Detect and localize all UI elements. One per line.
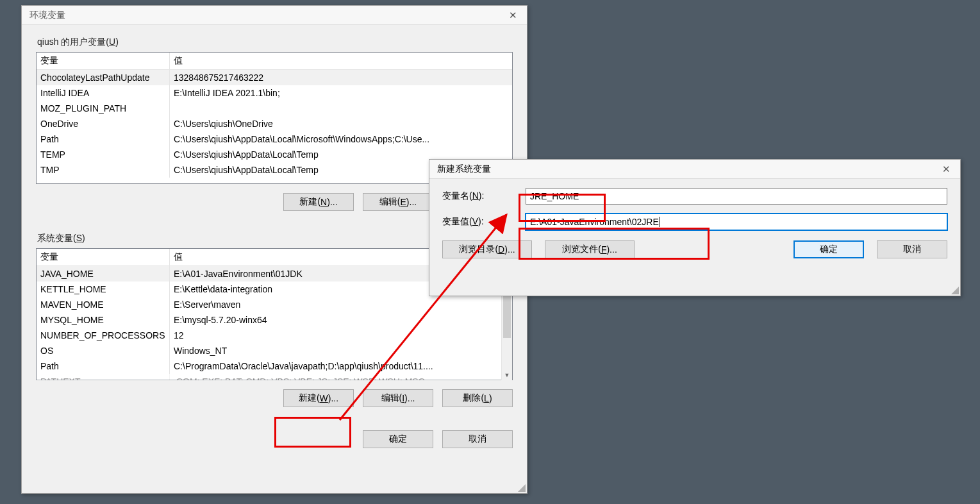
var-value-row: 变量值(V): E:\A01-JavaEnvironment\02JRE (442, 214, 947, 230)
var-value-input[interactable]: E:\A01-JavaEnvironment\02JRE (526, 214, 947, 230)
var-name-input[interactable]: JRE_HOME (526, 188, 947, 205)
cancel-button[interactable]: 取消 (442, 430, 513, 448)
new-sys-var-button[interactable]: 新建(W)... (283, 389, 354, 407)
table-row[interactable]: OSWindows_NT (37, 343, 512, 358)
table-row[interactable]: PathC:\Users\qiush\AppData\Local\Microso… (37, 131, 512, 147)
var-value-label: 变量值(V): (442, 216, 513, 228)
table-row[interactable]: PATHEXT.COM;.EXE;.BAT;.CMD;.VBS;.VBE;.JS… (37, 374, 512, 380)
scroll-down-icon[interactable]: ▼ (502, 369, 512, 380)
table-row[interactable]: ChocolateyLastPathUpdate1328486752174632… (37, 70, 512, 85)
table-row[interactable]: NUMBER_OF_PROCESSORS12 (37, 328, 512, 343)
table-header: 变量 值 (37, 53, 512, 70)
titlebar: 新建系统变量 ✕ (429, 160, 960, 179)
new-user-var-button[interactable]: 新建(N)... (283, 193, 354, 211)
browse-dir-button[interactable]: 浏览目录(D)... (442, 240, 532, 258)
var-name-label: 变量名(N): (442, 190, 513, 202)
table-row[interactable]: OneDriveC:\Users\qiush\OneDrive (37, 116, 512, 131)
close-icon[interactable]: ✕ (937, 163, 955, 176)
dialog-main-buttons: 确定 取消 (22, 430, 513, 448)
var-name-row: 变量名(N): JRE_HOME (442, 188, 947, 205)
resize-grip-icon[interactable] (517, 483, 526, 492)
table-row[interactable]: PathC:\ProgramData\Oracle\Java\javapath;… (37, 358, 512, 374)
delete-sys-var-button[interactable]: 删除(L) (442, 389, 513, 407)
edit-sys-var-button[interactable]: 编辑(I)... (363, 389, 433, 407)
dialog-title: 环境变量 (29, 10, 65, 21)
sys-vars-buttons: 新建(W)... 编辑(I)... 删除(L) (22, 389, 513, 407)
titlebar: 环境变量 ✕ (22, 6, 527, 25)
text-cursor-icon (660, 217, 660, 227)
new-dialog-buttons: 浏览目录(D)... 浏览文件(F)... 确定 取消 (442, 240, 947, 258)
ok-button[interactable]: 确定 (793, 240, 864, 258)
table-row[interactable]: MYSQL_HOMEE:\mysql-5.7.20-winx64 (37, 312, 512, 328)
table-row[interactable]: IntelliJ IDEAE:\IntelliJ IDEA 2021.1\bin… (37, 85, 512, 101)
user-vars-label: qiush 的用户变量(U) (37, 37, 527, 48)
cancel-button[interactable]: 取消 (877, 240, 947, 258)
dialog-title: 新建系统变量 (437, 164, 491, 175)
col-name-header[interactable]: 变量 (37, 53, 170, 69)
col-value-header[interactable]: 值 (170, 53, 512, 69)
table-row[interactable]: MOZ_PLUGIN_PATH (37, 101, 512, 116)
resize-grip-icon[interactable] (950, 285, 959, 294)
browse-file-button[interactable]: 浏览文件(F)... (545, 240, 635, 258)
new-sys-var-dialog: 新建系统变量 ✕ 变量名(N): JRE_HOME 变量值(V): E:\A01… (429, 159, 961, 296)
ok-button[interactable]: 确定 (363, 430, 433, 448)
edit-user-var-button[interactable]: 编辑(E)... (363, 193, 433, 211)
table-row[interactable]: MAVEN_HOMEE:\Server\maven (37, 297, 512, 312)
close-icon[interactable]: ✕ (504, 9, 522, 22)
col-name-header[interactable]: 变量 (37, 249, 170, 265)
